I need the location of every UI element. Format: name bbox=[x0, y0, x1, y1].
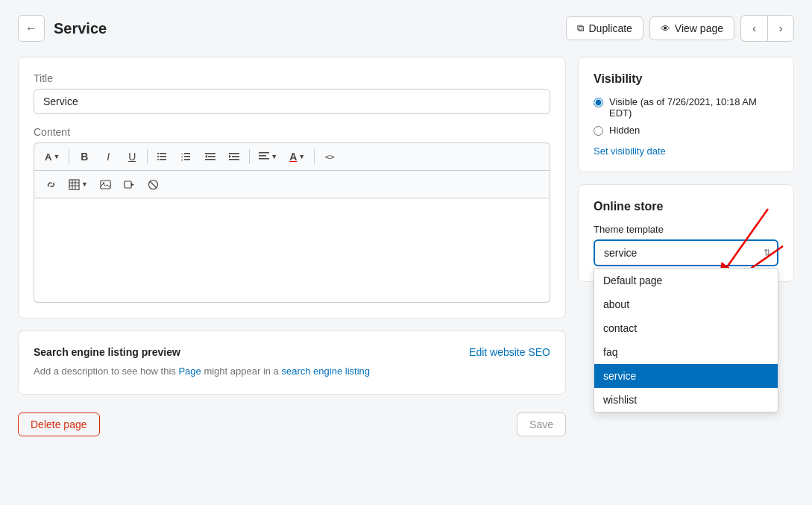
duplicate-button[interactable]: ⧉ Duplicate bbox=[566, 16, 643, 40]
video-icon bbox=[124, 179, 135, 190]
back-button[interactable]: ← bbox=[18, 15, 45, 42]
editor-toolbar-row1: A ▼ B I U 123 bbox=[34, 142, 550, 171]
hidden-radio-item[interactable]: Hidden bbox=[594, 125, 778, 136]
video-button[interactable] bbox=[119, 174, 140, 195]
dropdown-item-wishlist[interactable]: wishlist bbox=[594, 388, 778, 412]
footer-bar: Delete page Save bbox=[18, 413, 566, 436]
svg-rect-22 bbox=[259, 158, 269, 160]
svg-line-33 bbox=[150, 181, 157, 188]
underline-button[interactable]: U bbox=[122, 146, 142, 167]
ol-icon: 123 bbox=[181, 151, 192, 162]
seo-card-header: Search engine listing preview Edit websi… bbox=[34, 346, 550, 358]
visible-radio[interactable] bbox=[594, 98, 603, 107]
dropdown-item-service[interactable]: service bbox=[594, 364, 778, 388]
svg-rect-21 bbox=[259, 155, 266, 157]
duplicate-icon: ⧉ bbox=[577, 22, 584, 34]
outdent-icon bbox=[205, 151, 215, 162]
block-icon bbox=[148, 179, 159, 190]
back-icon: ← bbox=[25, 22, 37, 35]
svg-rect-0 bbox=[160, 153, 166, 154]
svg-point-4 bbox=[157, 156, 159, 157]
visibility-card: Visibility Visible (as of 7/26/2021, 10:… bbox=[578, 57, 794, 172]
align-icon bbox=[259, 152, 269, 161]
prev-button[interactable]: ‹ bbox=[740, 15, 767, 42]
title-label: Title bbox=[34, 72, 550, 84]
bold-button[interactable]: B bbox=[74, 146, 95, 167]
svg-marker-31 bbox=[131, 183, 134, 186]
visible-label: Visible (as of 7/26/2021, 10:18 AM EDT) bbox=[609, 96, 778, 119]
font-size-button[interactable]: A ▼ bbox=[40, 146, 64, 167]
seo-card: Search engine listing preview Edit websi… bbox=[18, 330, 566, 395]
visibility-radio-group: Visible (as of 7/26/2021, 10:18 AM EDT) … bbox=[594, 96, 778, 136]
left-column: Title Content A ▼ B I U bbox=[18, 57, 566, 436]
svg-rect-1 bbox=[160, 156, 166, 157]
seo-title: Search engine listing preview bbox=[34, 346, 180, 358]
edit-seo-link[interactable]: Edit website SEO bbox=[469, 346, 550, 358]
ordered-list-button[interactable]: 123 bbox=[176, 146, 197, 167]
theme-template-label: Theme template bbox=[594, 224, 778, 235]
svg-rect-12 bbox=[205, 153, 215, 154]
image-icon bbox=[100, 179, 111, 190]
svg-rect-13 bbox=[208, 156, 215, 157]
right-column: Visibility Visible (as of 7/26/2021, 10:… bbox=[578, 57, 794, 282]
online-store-card: Online store Theme template Default page… bbox=[578, 184, 794, 282]
theme-template-dropdown: Default page about contact faq service w… bbox=[594, 268, 778, 413]
delete-page-button[interactable]: Delete page bbox=[18, 413, 100, 436]
dropdown-item-faq[interactable]: faq bbox=[594, 340, 778, 364]
seo-page-link[interactable]: Page bbox=[178, 366, 201, 377]
align-button[interactable]: ▼ bbox=[254, 146, 282, 167]
unordered-list-button[interactable] bbox=[152, 146, 173, 167]
toolbar-divider-2 bbox=[147, 149, 148, 164]
duplicate-label: Duplicate bbox=[588, 22, 632, 34]
toolbar-divider-3 bbox=[249, 149, 250, 164]
table-icon bbox=[69, 179, 80, 190]
eye-icon: 👁 bbox=[661, 23, 670, 34]
visible-radio-item[interactable]: Visible (as of 7/26/2021, 10:18 AM EDT) bbox=[594, 96, 778, 119]
seo-desc-text2: might appear in a bbox=[204, 366, 281, 377]
table-arrow: ▼ bbox=[81, 181, 88, 188]
dropdown-item-default[interactable]: Default page bbox=[594, 269, 778, 292]
svg-rect-20 bbox=[259, 152, 269, 154]
text-color-button[interactable]: A ▼ bbox=[285, 146, 309, 167]
font-size-arrow: ▼ bbox=[53, 153, 60, 160]
link-button[interactable] bbox=[40, 174, 61, 195]
dropdown-item-about[interactable]: about bbox=[594, 292, 778, 316]
view-page-label: View page bbox=[675, 22, 723, 34]
block-button[interactable] bbox=[143, 174, 164, 195]
svg-marker-15 bbox=[205, 155, 207, 159]
image-button[interactable] bbox=[95, 174, 116, 195]
visibility-title: Visibility bbox=[594, 72, 778, 86]
code-button[interactable]: <> bbox=[319, 146, 340, 167]
view-page-button[interactable]: 👁 View page bbox=[649, 16, 734, 40]
theme-template-select-wrapper: Default page about contact faq service w… bbox=[594, 239, 778, 266]
svg-point-3 bbox=[157, 153, 159, 154]
indent-button[interactable] bbox=[224, 146, 245, 167]
italic-button[interactable]: I bbox=[98, 146, 119, 167]
indent-icon bbox=[229, 151, 239, 162]
content-card: Title Content A ▼ B I U bbox=[18, 57, 566, 319]
title-input[interactable] bbox=[34, 89, 550, 114]
table-button[interactable]: ▼ bbox=[64, 174, 92, 195]
svg-text:3: 3 bbox=[181, 158, 183, 162]
dropdown-item-contact[interactable]: contact bbox=[594, 316, 778, 340]
svg-point-5 bbox=[157, 159, 159, 160]
ul-icon bbox=[157, 151, 168, 162]
theme-template-select[interactable]: Default page about contact faq service w… bbox=[594, 239, 778, 266]
outdent-button[interactable] bbox=[200, 146, 221, 167]
main-layout: Title Content A ▼ B I U bbox=[18, 57, 794, 436]
content-label: Content bbox=[34, 126, 550, 138]
text-color-arrow: ▼ bbox=[298, 153, 305, 160]
next-button[interactable]: › bbox=[767, 15, 794, 42]
save-button[interactable]: Save bbox=[517, 413, 566, 436]
svg-marker-19 bbox=[229, 155, 231, 159]
set-visibility-link[interactable]: Set visibility date bbox=[594, 145, 666, 157]
seo-search-link[interactable]: search engine listing bbox=[281, 366, 370, 377]
svg-rect-17 bbox=[232, 156, 239, 157]
text-color-label: A bbox=[289, 151, 297, 163]
hidden-label: Hidden bbox=[609, 125, 640, 136]
toolbar-divider-1 bbox=[69, 149, 69, 164]
content-editor[interactable] bbox=[34, 198, 550, 303]
hidden-radio[interactable] bbox=[594, 126, 603, 136]
toolbar-divider-4 bbox=[314, 149, 315, 164]
editor-toolbar-row2: ▼ bbox=[34, 171, 550, 198]
